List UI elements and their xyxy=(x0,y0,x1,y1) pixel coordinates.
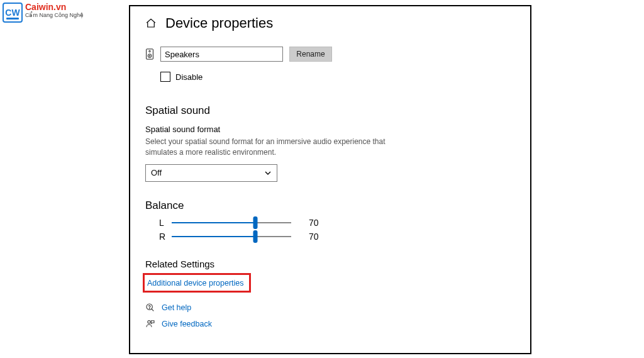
give-feedback-link[interactable]: Give feedback xyxy=(162,320,212,328)
related-settings-heading: Related Settings xyxy=(145,259,515,269)
spatial-sound-heading: Spatial sound xyxy=(145,104,515,117)
spatial-format-label: Spatial sound format xyxy=(145,125,515,134)
dropdown-selected-value: Off xyxy=(151,168,162,177)
spatial-description: Select your spatial sound format for an … xyxy=(145,137,397,158)
settings-window: Device properties Rename Disable Spatial… xyxy=(129,5,531,354)
site-logo: CW Caiwin.vn Cẩm Nang Công Nghệ xyxy=(3,3,84,23)
balance-left-value: 70 xyxy=(309,218,319,228)
balance-left-slider[interactable] xyxy=(172,217,291,228)
logo-title: Caiwin.vn xyxy=(25,3,84,11)
additional-device-properties-link[interactable]: Additional device properties xyxy=(147,279,244,288)
balance-left-label: L xyxy=(159,218,172,228)
balance-right-slider[interactable] xyxy=(172,231,291,242)
disable-label: Disable xyxy=(175,72,203,82)
give-feedback-icon xyxy=(145,319,155,329)
svg-point-1 xyxy=(149,50,151,52)
disable-checkbox[interactable] xyxy=(160,72,170,82)
get-help-link[interactable]: Get help xyxy=(162,303,191,312)
svg-point-2 xyxy=(148,54,152,58)
balance-right-label: R xyxy=(159,232,172,242)
svg-point-3 xyxy=(149,55,150,57)
get-help-icon xyxy=(145,303,155,313)
spatial-format-dropdown[interactable]: Off xyxy=(145,164,277,182)
balance-heading: Balance xyxy=(145,199,515,212)
device-name-input[interactable] xyxy=(160,47,283,62)
logo-badge: CW xyxy=(3,3,23,23)
speaker-icon xyxy=(145,48,154,60)
logo-subtitle: Cẩm Nang Công Nghệ xyxy=(25,13,84,18)
rename-button[interactable]: Rename xyxy=(289,47,332,62)
highlight-box: Additional device properties xyxy=(143,273,251,293)
home-icon[interactable] xyxy=(145,18,157,29)
balance-right-value: 70 xyxy=(309,232,319,242)
chevron-down-icon xyxy=(264,169,272,177)
svg-point-5 xyxy=(149,308,150,309)
svg-point-6 xyxy=(148,320,150,323)
page-title: Device properties xyxy=(165,15,273,31)
